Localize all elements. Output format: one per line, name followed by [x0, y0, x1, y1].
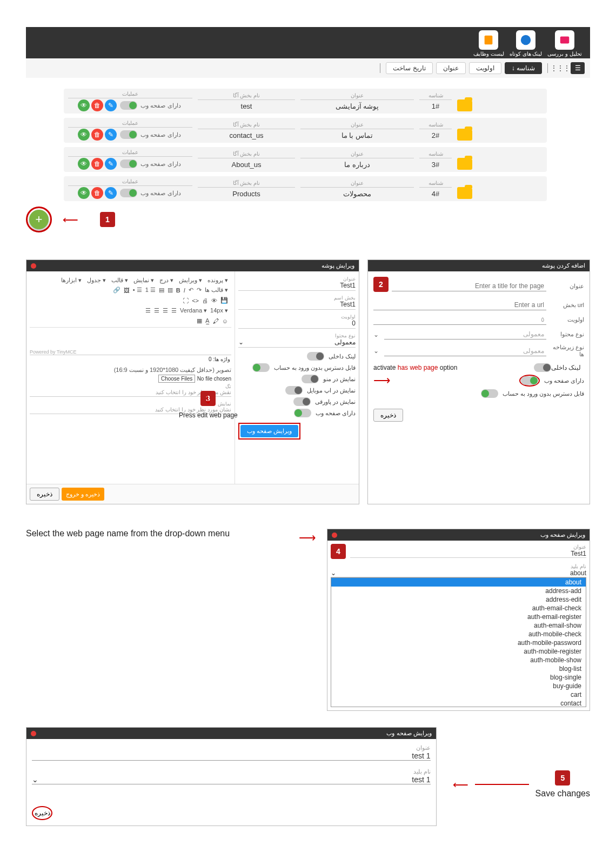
dropdown-option[interactable]: auth-email-show	[331, 621, 586, 630]
emoji-icon[interactable]: ☺	[222, 318, 228, 324]
choose-files-button[interactable]: Choose Files	[158, 375, 195, 383]
menu-insert[interactable]: درج ▾	[159, 277, 173, 284]
edit-button[interactable]: ✎	[105, 187, 117, 199]
toggle-has-page[interactable]	[294, 409, 311, 417]
chevron-down-icon[interactable]: ⌄	[373, 331, 379, 338]
dropdown-option[interactable]: auth-mobile-show	[331, 656, 586, 664]
code-icon[interactable]: <>	[192, 297, 199, 304]
menu-format[interactable]: قالب ▾	[111, 277, 128, 284]
save-button[interactable]: ذخیره	[35, 809, 50, 817]
num-list-icon[interactable]: 1 ☰	[145, 287, 156, 294]
nav-analytics[interactable]: تحلیل و بررسی	[547, 30, 582, 57]
toggle-has-page[interactable]	[120, 101, 137, 110]
image-icon[interactable]: 🖼	[124, 287, 130, 294]
link-icon[interactable]: 🔗	[113, 287, 120, 294]
outdent-icon[interactable]: ▥	[168, 287, 173, 294]
toggle-no-login[interactable]	[481, 389, 498, 398]
close-icon[interactable]	[31, 731, 36, 736]
list-view-button[interactable]: ☰	[571, 62, 585, 74]
toggle-no-login[interactable]	[252, 363, 270, 372]
dropdown-option[interactable]: cart	[331, 690, 586, 699]
table-icon[interactable]: ▦	[197, 317, 202, 324]
bg-color-icon[interactable]: 🖍	[213, 318, 219, 324]
content-type-select[interactable]: معمولی	[384, 329, 546, 340]
undo-icon[interactable]: ↶	[189, 287, 193, 294]
delete-button[interactable]: 🗑	[91, 129, 103, 141]
align-justify-icon[interactable]: ☰	[145, 307, 151, 314]
url-input[interactable]	[373, 300, 546, 310]
chevron-down-icon[interactable]: ⌄	[331, 569, 336, 577]
delete-button[interactable]: 🗑	[91, 99, 103, 111]
dropdown-option[interactable]: address-edit	[331, 595, 586, 604]
redo-icon[interactable]: ↷	[197, 287, 202, 294]
nav-task-list[interactable]: لیست وظایف	[473, 30, 504, 57]
priority-input[interactable]: ٥	[373, 315, 546, 325]
dropdown-option[interactable]: auth-mobile-password	[331, 638, 586, 647]
format-select[interactable]: قالب ها ▾	[205, 287, 228, 294]
preview-icon[interactable]: 👁	[211, 297, 217, 304]
font-select[interactable]: Verdana ▾	[180, 307, 207, 314]
chevron-down-icon[interactable]: ⌄	[238, 338, 244, 346]
dropdown-option[interactable]: auth-email-register	[331, 613, 586, 621]
dropdown-option[interactable]: buy-guide	[331, 682, 586, 690]
menu-view[interactable]: نمایش ▾	[133, 277, 154, 284]
toggle-show-menu[interactable]	[302, 375, 319, 383]
dropdown-option[interactable]: auth-email-check	[331, 604, 586, 613]
view-button[interactable]: 👁	[78, 99, 90, 111]
size-select[interactable]: 14px ▾	[210, 307, 228, 314]
toggle-has-page[interactable]	[120, 189, 137, 197]
dropdown-option[interactable]: address-add	[331, 587, 586, 595]
close-icon[interactable]	[332, 532, 337, 538]
title-input[interactable]	[392, 281, 546, 291]
menu-file[interactable]: پرونده ▾	[207, 277, 228, 284]
pill-id[interactable]: ↓ شناسه	[505, 62, 542, 74]
dropdown-option[interactable]: about	[331, 578, 586, 587]
edit-button[interactable]: ✎	[105, 129, 117, 141]
italic-icon[interactable]: I	[184, 287, 185, 294]
grid-view-button[interactable]: ⋮⋮⋮	[553, 62, 567, 74]
blade-select[interactable]: about	[570, 569, 586, 577]
nav-short-links[interactable]: لینک های کوتاه	[510, 30, 543, 57]
title-value[interactable]: test 1	[32, 751, 431, 761]
save-exit-button[interactable]: ذخیره و خروج	[62, 488, 104, 501]
menu-edit[interactable]: ویرایش ▾	[179, 277, 202, 284]
view-button[interactable]: 👁	[78, 158, 90, 170]
save-button[interactable]: ذخیره	[373, 409, 403, 422]
dropdown-option[interactable]: auth-mobile-check	[331, 630, 586, 638]
blade-select[interactable]: test 1	[412, 775, 430, 784]
menu-table[interactable]: جدول ▾	[87, 277, 106, 284]
blade-dropdown[interactable]: about address-add address-edit auth-emai…	[331, 577, 586, 707]
delete-button[interactable]: 🗑	[91, 158, 103, 170]
add-button[interactable]: +	[29, 210, 49, 229]
edit-button[interactable]: ✎	[105, 158, 117, 170]
view-button[interactable]: 👁	[78, 187, 90, 199]
align-center-icon[interactable]: ☰	[163, 307, 168, 314]
print-icon[interactable]: 🖨	[202, 297, 208, 304]
toggle-has-page[interactable]	[521, 376, 538, 385]
save-button[interactable]: ذخیره	[30, 488, 59, 501]
delete-button[interactable]: 🗑	[91, 187, 103, 199]
toggle-has-page[interactable]	[120, 130, 137, 139]
align-right-icon[interactable]: ☰	[154, 307, 159, 314]
pill-date[interactable]: تاریخ ساخت	[386, 62, 432, 74]
menu-tools[interactable]: ابزارها ▾	[61, 277, 82, 284]
bold-icon[interactable]: B	[176, 287, 180, 294]
save-icon[interactable]: 💾	[220, 297, 228, 304]
pill-priority[interactable]: اولویت	[469, 62, 501, 74]
fullscreen-icon[interactable]: ⛶	[183, 297, 189, 304]
edit-button[interactable]: ✎	[105, 99, 117, 111]
dropdown-option[interactable]: auth-mobile-register	[331, 647, 586, 656]
dropdown-option[interactable]: blog-single	[331, 673, 586, 682]
dropdown-option[interactable]: blog-list	[331, 664, 586, 673]
align-left-icon[interactable]: ☰	[171, 307, 177, 314]
chevron-down-icon[interactable]: ⌄	[373, 347, 379, 355]
view-button[interactable]: 👁	[78, 129, 90, 141]
toggle-internal-link[interactable]	[307, 352, 324, 361]
sub-type-select[interactable]: معمولی	[384, 346, 546, 356]
chevron-down-icon[interactable]: ⌄	[32, 775, 38, 784]
close-icon[interactable]	[31, 263, 36, 269]
dropdown-option[interactable]: contact	[331, 699, 586, 707]
bullet-list-icon[interactable]: • ☰	[133, 287, 142, 294]
text-color-icon[interactable]: A̲	[205, 317, 210, 324]
pill-title[interactable]: عنوان	[436, 62, 466, 74]
